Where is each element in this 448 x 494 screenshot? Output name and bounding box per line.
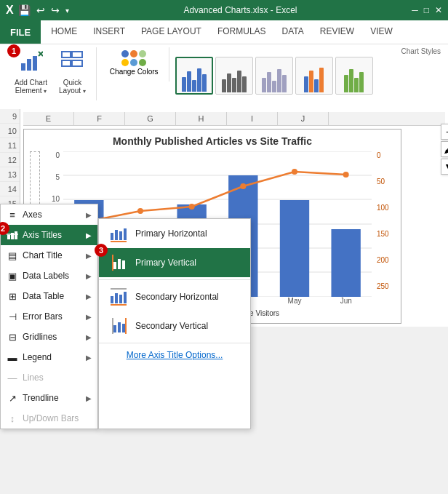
data-table-icon: ⊞: [7, 290, 18, 302]
chart-thumb-3[interactable]: [255, 57, 293, 95]
chart-thumb-5[interactable]: [335, 57, 373, 95]
chart-styles-label: Chart Styles: [175, 47, 441, 55]
x-label-may: May: [269, 297, 321, 305]
secondary-vertical-label: Secondary Vertical: [135, 321, 208, 331]
trendline-icon: ↗: [7, 392, 18, 404]
submenu-item-secondary-horizontal[interactable]: Secondary Horizontal: [99, 282, 250, 311]
tab-data[interactable]: DATA: [275, 22, 311, 42]
svg-rect-8: [72, 60, 82, 66]
ribbon-content: 1 Add ChartElement ▾ QuickLayout ▾: [0, 44, 448, 109]
data-labels-icon: ▣: [7, 270, 18, 282]
minimize-icon[interactable]: ─: [412, 5, 418, 15]
menu-item-gridlines[interactable]: ⊟ Gridlines ▶: [1, 327, 97, 347]
tab-view[interactable]: VIEW: [363, 22, 400, 42]
svg-rect-2: [33, 56, 37, 71]
change-colors-group: Change Colors: [100, 47, 169, 81]
chart-title-icon: ▤: [7, 250, 18, 261]
axes-label: Axes: [23, 210, 42, 220]
excel-logo-icon: X: [6, 4, 14, 17]
chart-styles-float-button[interactable]: 🖌: [441, 141, 448, 157]
tab-home[interactable]: HOME: [44, 22, 84, 42]
quick-access-toolbar: 💾 ↩ ↪ ▾: [18, 4, 69, 16]
chart-title-arrow: ▶: [86, 252, 92, 260]
svg-rect-13: [111, 233, 113, 240]
chart-thumb-2[interactable]: [215, 57, 253, 95]
mini-bars-4: [304, 66, 324, 92]
secondary-horizontal-icon: [109, 287, 128, 306]
submenu-item-primary-vertical[interactable]: 3 Primary Vertical: [99, 248, 250, 277]
svg-rect-15: [119, 231, 122, 240]
svg-rect-9: [7, 235, 10, 239]
menu-item-updown-bars[interactable]: ↕ Up/Down Bars: [1, 408, 97, 429]
tab-insert[interactable]: INSERT: [86, 22, 132, 42]
menu-item-chart-title[interactable]: ▤ Chart Title ▶: [1, 245, 97, 266]
tab-review[interactable]: REVIEW: [313, 22, 361, 42]
col-headers: E F G H I J: [23, 112, 445, 126]
menu-item-error-bars[interactable]: ⊣ Error Bars ▶: [1, 306, 97, 327]
menu-item-data-labels[interactable]: ▣ Data Labels ▶: [1, 266, 97, 286]
svg-rect-6: [72, 52, 82, 57]
axis-titles-label: Axis Titles: [23, 230, 62, 240]
add-element-float-button[interactable]: +: [441, 124, 448, 140]
error-bars-label: Error Bars: [23, 311, 63, 322]
change-colors-button[interactable]: Change Colors: [105, 47, 163, 79]
svg-rect-44: [280, 200, 309, 297]
menu-item-axes[interactable]: ≡ Axes ▶: [1, 204, 97, 225]
chart-element-group: 1 Add ChartElement ▾ QuickLayout ▾: [4, 47, 97, 100]
submenu-item-secondary-vertical[interactable]: Secondary Vertical: [99, 311, 250, 340]
maximize-icon[interactable]: □: [424, 5, 429, 15]
mini-bars-5: [344, 66, 364, 92]
legend-label: Legend: [23, 352, 52, 362]
add-chart-icon: [20, 50, 43, 77]
svg-rect-1: [27, 59, 31, 71]
overlay-container: ≡ Axes ▶ Axis Titles ▶ 2 ▤ Chart Titl: [0, 204, 251, 429]
undo-icon[interactable]: ↩: [36, 4, 45, 16]
customize-icon[interactable]: ▾: [65, 7, 69, 15]
col-header-g: G: [125, 112, 176, 125]
svg-rect-11: [15, 231, 17, 239]
add-chart-label: Add ChartElement ▾: [15, 79, 47, 95]
y-tick-5: 5: [41, 173, 62, 181]
chart-thumb-4[interactable]: [295, 57, 333, 95]
svg-rect-32: [125, 318, 127, 334]
menu-item-legend[interactable]: ▬ Legend ▶: [1, 347, 97, 367]
tab-page-layout[interactable]: PAGE LAYOUT: [134, 22, 209, 42]
ribbon-tabs: HOME INSERT PAGE LAYOUT FORMULAS DATA RE…: [41, 22, 403, 42]
chart-filter-float-button[interactable]: ▼: [441, 159, 448, 175]
menu-item-data-table[interactable]: ⊞ Data Table ▶: [1, 286, 97, 306]
svg-point-50: [292, 169, 297, 175]
more-axis-title-options[interactable]: More Axis Title Options...: [99, 346, 250, 364]
save-icon[interactable]: 💾: [18, 4, 31, 16]
updown-bars-icon: ↕: [7, 413, 18, 424]
menu-item-axis-titles[interactable]: Axis Titles ▶ 2: [1, 225, 97, 245]
primary-vertical-icon: [109, 253, 128, 272]
window-controls: ─ □ ✕: [412, 5, 442, 15]
chart-styles-area: Chart Styles: [172, 47, 444, 95]
add-chart-element-button[interactable]: 1 Add ChartElement ▾: [10, 47, 52, 97]
title-bar: X 💾 ↩ ↪ ▾ Advanced Charts.xlsx - Excel ─…: [0, 0, 448, 20]
quick-layout-button[interactable]: QuickLayout ▾: [55, 47, 90, 97]
close-icon[interactable]: ✕: [435, 5, 442, 15]
window-title: Advanced Charts.xlsx - Excel: [183, 5, 297, 15]
axes-icon: ≡: [7, 209, 18, 220]
menu-item-trendline[interactable]: ↗ Trendline ▶: [1, 388, 97, 408]
y-tick-r-200: 200: [375, 256, 395, 264]
redo-icon[interactable]: ↪: [51, 4, 60, 16]
col-header-h: H: [176, 112, 227, 125]
svg-rect-20: [122, 260, 125, 269]
file-tab[interactable]: FILE: [0, 20, 41, 44]
svg-rect-0: [21, 63, 25, 71]
error-bars-icon: ⊣: [7, 311, 18, 322]
error-bars-arrow: ▶: [86, 313, 92, 321]
tab-formulas[interactable]: FORMULAS: [210, 22, 273, 42]
svg-rect-7: [62, 60, 71, 66]
chart-thumb-1[interactable]: [175, 57, 213, 95]
menu-item-lines[interactable]: — Lines: [1, 367, 97, 388]
svg-rect-24: [119, 295, 122, 303]
svg-rect-28: [113, 325, 116, 332]
submenu-item-primary-horizontal[interactable]: Primary Horizontal: [99, 219, 250, 248]
y-tick-0: 0: [41, 151, 62, 159]
secondary-horizontal-label: Secondary Horizontal: [135, 292, 219, 302]
svg-rect-25: [124, 292, 127, 303]
svg-rect-21: [112, 255, 113, 271]
